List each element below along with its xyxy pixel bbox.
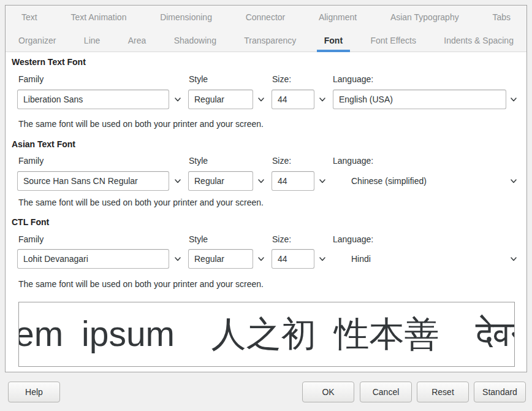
ctl-language-dropdown[interactable]: Hindi bbox=[333, 249, 518, 269]
ctl-font-note: The same font will be used on both your … bbox=[18, 279, 264, 289]
chevron-down-icon bbox=[509, 177, 518, 185]
tab-row-2: Organizer Line Area Shadowing Transparen… bbox=[6, 29, 526, 52]
asian-language-dropdown[interactable]: Chinese (simplified) bbox=[333, 171, 518, 191]
ctl-language-value: Hindi bbox=[351, 249, 371, 269]
tab-font-effects[interactable]: Font Effects bbox=[363, 29, 423, 52]
chevron-down-icon[interactable] bbox=[257, 177, 265, 185]
chevron-down-icon[interactable] bbox=[173, 96, 182, 103]
ctl-family-label: Family bbox=[18, 234, 44, 244]
character-dialog: { "colors": { "accent": "#4a90d9" }, "ta… bbox=[0, 0, 532, 411]
western-language-label: Language: bbox=[333, 74, 373, 84]
help-button[interactable]: Help bbox=[8, 382, 60, 402]
asian-size-label: Size: bbox=[272, 156, 291, 166]
asian-font-heading: Asian Text Font bbox=[12, 139, 75, 149]
ctl-font-heading: CTL Font bbox=[12, 217, 49, 227]
font-preview-box: em ipsum 人之初 性本善 देवन bbox=[18, 302, 515, 367]
chevron-down-icon[interactable] bbox=[318, 177, 327, 185]
western-language-input[interactable] bbox=[333, 90, 506, 109]
font-preview-text: em ipsum 人之初 性本善 देवन bbox=[18, 302, 514, 365]
tab-bar: Text Text Animation Dimensioning Connect… bbox=[6, 6, 526, 52]
asian-font-note: The same font will be used on both your … bbox=[18, 198, 264, 207]
western-style-label: Style bbox=[189, 74, 208, 84]
western-size-input[interactable] bbox=[272, 90, 314, 109]
asian-family-input[interactable] bbox=[17, 171, 169, 191]
chevron-down-icon[interactable] bbox=[173, 177, 182, 185]
ctl-family-input[interactable] bbox=[17, 249, 169, 269]
tab-organizer[interactable]: Organizer bbox=[11, 29, 63, 52]
standard-button[interactable]: Standard bbox=[474, 382, 526, 402]
asian-size-input[interactable] bbox=[272, 171, 314, 191]
chevron-down-icon[interactable] bbox=[173, 255, 182, 263]
chevron-down-icon[interactable] bbox=[318, 96, 327, 103]
ctl-language-label: Language: bbox=[333, 234, 373, 244]
tab-tabs[interactable]: Tabs bbox=[485, 6, 518, 29]
asian-style-input[interactable] bbox=[188, 171, 253, 191]
western-family-input[interactable] bbox=[17, 90, 169, 109]
western-size-label: Size: bbox=[272, 74, 291, 84]
tab-font[interactable]: Font bbox=[317, 29, 350, 52]
chevron-down-icon[interactable] bbox=[257, 255, 265, 263]
chevron-down-icon[interactable] bbox=[509, 96, 518, 103]
western-family-label: Family bbox=[18, 74, 44, 84]
western-style-input[interactable] bbox=[188, 90, 253, 109]
tab-area[interactable]: Area bbox=[121, 29, 154, 52]
western-font-note: The same font will be used on both your … bbox=[18, 119, 264, 129]
tab-transparency[interactable]: Transparency bbox=[237, 29, 303, 52]
chevron-down-icon bbox=[509, 255, 518, 263]
tab-row-1: Text Text Animation Dimensioning Connect… bbox=[6, 6, 526, 29]
tab-asian-typography[interactable]: Asian Typography bbox=[383, 6, 466, 29]
ctl-size-label: Size: bbox=[272, 234, 291, 244]
tab-connector[interactable]: Connector bbox=[238, 6, 293, 29]
ctl-style-input[interactable] bbox=[188, 249, 253, 269]
tab-shadowing[interactable]: Shadowing bbox=[167, 29, 224, 52]
asian-family-label: Family bbox=[18, 156, 44, 166]
tab-indents-spacing[interactable]: Indents & Spacing bbox=[436, 29, 521, 52]
ctl-style-label: Style bbox=[189, 234, 208, 244]
chevron-down-icon[interactable] bbox=[318, 255, 327, 263]
tab-text-animation[interactable]: Text Animation bbox=[63, 6, 134, 29]
tab-line[interactable]: Line bbox=[77, 29, 107, 52]
asian-language-label: Language: bbox=[333, 156, 373, 166]
cancel-button[interactable]: Cancel bbox=[360, 382, 412, 402]
asian-style-label: Style bbox=[189, 156, 208, 166]
western-font-heading: Western Text Font bbox=[12, 57, 86, 67]
font-tab-page: Text Text Animation Dimensioning Connect… bbox=[5, 5, 527, 372]
ok-button[interactable]: OK bbox=[302, 382, 354, 402]
chevron-down-icon[interactable] bbox=[257, 96, 265, 103]
tab-text[interactable]: Text bbox=[14, 6, 45, 29]
reset-button[interactable]: Reset bbox=[417, 382, 469, 402]
tab-alignment[interactable]: Alignment bbox=[311, 6, 364, 29]
ctl-size-input[interactable] bbox=[272, 249, 314, 269]
asian-language-value: Chinese (simplified) bbox=[351, 171, 427, 191]
tab-dimensioning[interactable]: Dimensioning bbox=[153, 6, 219, 29]
